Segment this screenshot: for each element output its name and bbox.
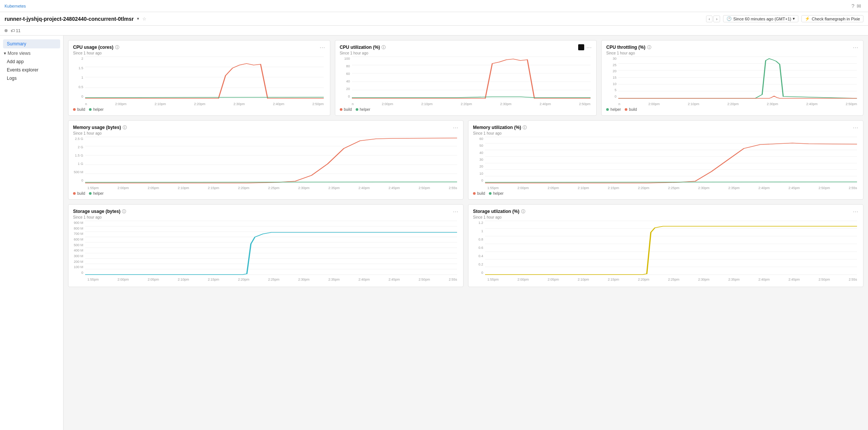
cpu-throttle-info-icon[interactable]: ⓘ [647,45,651,50]
cpu-util-info-icon[interactable]: ⓘ [381,45,386,50]
tag-icon: 🏷 [11,28,15,33]
cpu-util-chart-inner [352,57,591,98]
storage-usage-header: Storage usage (bytes) ⓘ ··· [73,208,459,214]
legend-helper-throttle: helper [606,107,621,112]
page-title: runner-t-jyshjq-project-24802440-concurr… [5,16,134,22]
cpu-throttle-x-axis: n 2:00pm 2:10pm 2:20pm 2:30pm 2:40pm 2:5… [618,102,857,106]
status-count: 🏷 11 [11,28,20,33]
cpu-usage-chart-area: 2 1.5 1 0.5 0 [73,57,325,106]
cpu-usage-info-icon[interactable]: ⓘ [115,45,119,50]
pixie-button[interactable]: ⚡ Check flamegraph in Pixie [801,15,863,22]
pixie-icon: ⚡ [805,16,810,21]
storage-usage-info-icon[interactable]: ⓘ [122,209,126,214]
title-dropdown-icon[interactable]: ▾ [137,16,139,21]
star-icon[interactable]: ☆ [142,16,146,22]
legend-dot [89,192,92,195]
mem-usage-more-menu[interactable]: ··· [453,124,459,130]
breadcrumb: Kubernetes [5,4,26,8]
sidebar-item-summary[interactable]: Summary [3,39,60,48]
legend-build-mem: build [73,191,85,196]
cpu-throttle-subtitle: Since 1 hour ago [606,51,859,55]
mem-util-y-axis: 60 50 40 30 20 10 0 [473,137,484,182]
top-icons: ? ✉ [851,3,863,9]
kubernetes-breadcrumb[interactable]: Kubernetes [5,4,26,8]
mem-util-header: Memory utilization (%) ⓘ ··· [473,124,859,130]
main-layout: Summary ▾ More views Add app Events expl… [0,36,868,430]
chevron-down-icon: ▾ [4,51,6,56]
cpu-util-more-menu[interactable]: ··· [586,44,592,50]
sidebar-item-add-app[interactable]: Add app [0,57,63,66]
legend-dot-helper [89,108,92,111]
storage-usage-title: Storage usage (bytes) ⓘ [73,209,126,214]
storage-util-title: Storage utlization (%) ⓘ [473,209,525,214]
top-bar: Kubernetes ? ✉ [0,0,868,12]
legend-helper: helper [89,107,104,112]
mem-util-x-axis: 1:55pm 2:00pm 2:05pm 2:10pm 2:15pm 2:20p… [487,186,857,190]
legend-dot-build [73,108,76,111]
cpu-throttle-legend: helper build [606,107,859,112]
cpu-usage-more-menu[interactable]: ··· [320,44,325,50]
cpu-throttle-title: CPU throttling (%) ⓘ [606,45,651,50]
mem-usage-header: Memory usage (bytes) ⓘ ··· [73,124,459,130]
cpu-charts-row: CPU usage (cores) ⓘ ··· Since 1 hour ago… [68,40,863,116]
storage-util-x-axis: 1:55pm 2:00pm 2:05pm 2:10pm 2:15pm 2:20p… [487,278,857,281]
cpu-util-chart-area: 100 80 60 40 20 0 [340,57,592,106]
title-row: runner-t-jyshjq-project-24802440-concurr… [0,12,868,26]
mem-util-more-menu[interactable]: ··· [853,124,859,130]
mem-usage-subtitle: Since 1 hour ago [73,131,459,135]
legend-helper-mem: helper [89,191,104,196]
storage-util-more-menu[interactable]: ··· [853,208,859,214]
legend-dot [606,108,609,111]
cpu-util-subtitle: Since 1 hour ago [340,51,592,55]
storage-usage-x-axis: 1:55pm 2:00pm 2:05pm 2:10pm 2:15pm 2:20p… [87,278,457,281]
sidebar-more-views[interactable]: ▾ More views [0,49,63,57]
storage-util-subtitle: Since 1 hour ago [473,215,859,219]
nav-prev-button[interactable]: ‹ [706,16,713,22]
sidebar-item-logs[interactable]: Logs [0,74,63,82]
storage-usage-more-menu[interactable]: ··· [453,208,459,214]
pod-count: 11 [16,28,20,33]
cpu-throttle-chart-inner [618,57,857,98]
cpu-throttling-card: CPU throttling (%) ⓘ ··· Since 1 hour ag… [601,40,863,116]
storage-util-card: Storage utlization (%) ⓘ ··· Since 1 hou… [468,204,863,287]
legend-dot [356,108,358,111]
mail-icon[interactable]: ✉ [857,3,861,9]
sidebar-item-events-explorer[interactable]: Events explorer [0,66,63,74]
cpu-util-title: CPU utilization (%) ⓘ [340,45,386,50]
mem-usage-x-axis: 1:55pm 2:00pm 2:05pm 2:10pm 2:15pm 2:20p… [87,186,457,190]
cpu-usage-card: CPU usage (cores) ⓘ ··· Since 1 hour ago… [68,40,330,116]
help-icon[interactable]: ? [851,3,854,9]
legend-dot [73,192,76,195]
legend-dot [489,192,492,195]
cpu-throttle-more-menu[interactable]: ··· [853,44,859,50]
cpu-throttle-y-axis: 30 25 20 15 10 5 0 [606,57,618,98]
cpu-usage-header: CPU usage (cores) ⓘ ··· [73,44,325,50]
mem-usage-chart-inner [85,137,457,183]
legend-dot [625,108,627,111]
mem-util-subtitle: Since 1 hour ago [473,131,859,135]
clock-icon: 🕐 [726,16,732,21]
mem-usage-chart-area: 2.5 G 2 G 1.5 G 1 G 500 M 0 [73,137,459,190]
status-dot [5,29,8,32]
mem-usage-legend: build helper [73,191,459,196]
nav-next-button[interactable]: › [713,16,720,22]
storage-usage-chart-inner [85,221,457,275]
mem-usage-info-icon[interactable]: ⓘ [123,125,127,130]
nav-arrows: ‹ › [706,16,720,22]
cpu-throttle-header: CPU throttling (%) ⓘ ··· [606,44,859,50]
mem-util-chart-area: 60 50 40 30 20 10 0 [473,137,859,190]
mem-util-info-icon[interactable]: ⓘ [523,125,527,130]
cpu-util-y-axis: 100 80 60 40 20 0 [340,57,351,98]
cpu-throttle-chart-area: 30 25 20 15 10 5 0 [606,57,859,106]
mem-util-legend: build helper [473,191,859,196]
memory-utilization-card: Memory utilization (%) ⓘ ··· Since 1 hou… [468,120,863,200]
legend-build-throttle: build [625,107,637,112]
storage-util-info-icon[interactable]: ⓘ [521,209,525,214]
legend-build-memutil: build [473,191,485,196]
storage-util-chart-inner [485,221,857,275]
time-selector[interactable]: 🕐 Since 60 minutes ago (GMT+1) ▾ [723,15,798,22]
storage-usage-y-axis: 900 M 800 M 700 M 600 M 500 M 400 M 300 … [73,221,84,275]
legend-build-util: build [340,107,352,112]
storage-usage-card: Storage usage (bytes) ⓘ ··· Since 1 hour… [68,204,464,287]
time-selector-label: Since 60 minutes ago (GMT+1) [733,17,791,21]
